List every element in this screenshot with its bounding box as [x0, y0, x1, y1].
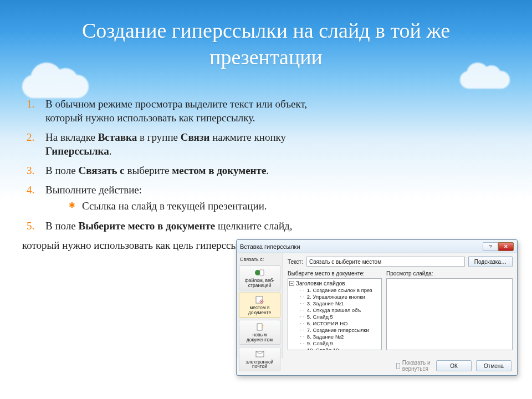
tree-item[interactable]: ··3. Задание №1 — [299, 300, 380, 306]
step-1-text: В обычном режиме просмотра выделите текс… — [45, 98, 307, 124]
tree-item[interactable]: ··1. Создание ссылок в през — [299, 287, 380, 293]
tree-item[interactable]: ··2. Управляющие кнопки — [299, 293, 380, 300]
svg-rect-5 — [257, 324, 262, 330]
link-with-label: Связать с: — [239, 257, 280, 262]
cancel-button[interactable]: Отмена — [476, 360, 511, 371]
tree-item[interactable]: ··10. Слайд 10 — [299, 346, 380, 350]
link-with-sidebar: Связать с: файлом, веб-страницей местом … — [237, 253, 283, 359]
close-icon[interactable]: ✕ — [498, 242, 514, 251]
step-3: В поле Связать с выберите местом в докум… — [22, 163, 310, 177]
tree-item[interactable]: ··8. Задание №2 — [299, 333, 380, 340]
svg-rect-1 — [260, 270, 264, 275]
document-target-icon — [255, 295, 265, 304]
tree-item[interactable]: ·· 6. ИСТОРИЯ НО — [299, 320, 380, 326]
tree-item[interactable]: ··5. Слайд 5 — [299, 313, 380, 320]
slide-tree[interactable]: −Заголовки слайдов ··1. Создание ссылок … — [288, 278, 382, 350]
step-4: Выполните действие: Ссылка на слайд в те… — [22, 183, 310, 213]
svg-point-0 — [255, 270, 260, 275]
step-1: В обычном режиме просмотра выделите текс… — [22, 97, 310, 125]
help-icon[interactable]: ? — [483, 242, 498, 251]
step-4-text: Выполните действие: — [45, 184, 142, 196]
cloud-decoration — [460, 71, 510, 89]
svg-point-4 — [261, 301, 262, 302]
sidebar-item-email[interactable]: электронной почтой — [239, 347, 280, 372]
dialog-title: Вставка гиперссылки — [240, 243, 300, 250]
tree-collapse-icon[interactable]: − — [289, 281, 294, 286]
show-and-return-checkbox[interactable]: Показать и вернуться — [396, 360, 432, 372]
insert-hyperlink-dialog: Вставка гиперссылки ? ✕ Связать с: файло… — [236, 239, 518, 376]
sidebar-item-place-in-doc[interactable]: местом в документе — [239, 293, 280, 318]
step-4-sub: Ссылка на слайд в текущей презентации. — [66, 199, 310, 213]
step-2: На вкладке Вставка в группе Связи нажмит… — [22, 130, 310, 158]
sidebar-item-webpage[interactable]: файлом, веб-страницей — [239, 265, 280, 290]
preview-label: Просмотр слайда: — [386, 270, 513, 277]
tree-item[interactable]: ··4. Откуда пришел объ — [299, 306, 380, 313]
dialog-titlebar[interactable]: Вставка гиперссылки ? ✕ — [237, 240, 517, 253]
screentip-button[interactable]: Подсказка… — [468, 256, 513, 267]
new-document-icon — [255, 323, 265, 331]
slide-preview — [386, 278, 513, 350]
tree-item[interactable]: ··9. Слайд 9 — [299, 340, 380, 346]
tree-root-label: Заголовки слайдов — [296, 280, 345, 287]
globe-file-icon — [255, 268, 265, 277]
checkbox-icon — [396, 363, 400, 369]
ok-button[interactable]: ОК — [436, 360, 472, 371]
choose-place-label: Выберите место в документе: — [288, 270, 382, 277]
sidebar-item-new-doc[interactable]: новым документом — [239, 320, 280, 345]
display-text-input[interactable]: Связать с выберите местом — [306, 257, 465, 267]
text-label: Текст: — [288, 259, 303, 265]
instruction-list: В обычном режиме просмотра выделите текс… — [22, 97, 310, 252]
slide-title: Создание гиперссылки на слайд в той же п… — [0, 0, 532, 70]
email-icon — [255, 350, 265, 359]
cloud-decoration — [22, 75, 89, 98]
tree-item[interactable]: ··7. Создание гиперссылки — [299, 326, 380, 333]
step-5: В поле Выберите место в документе щелкни… — [22, 219, 310, 233]
